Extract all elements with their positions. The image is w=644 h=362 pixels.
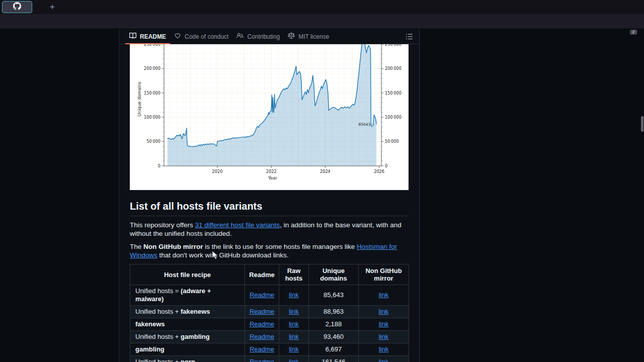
readme-body: 0050 00050 000100 000100 000150 000150 0… [119,44,419,362]
mirror-link[interactable]: link [379,345,389,353]
github-octocat-icon [13,2,21,12]
mirror-link[interactable]: link [379,333,389,340]
mirror-link[interactable]: link [379,308,389,315]
book-icon [129,32,136,41]
scrollbar-thumb[interactable] [641,116,643,132]
raw-hosts-link-cell: link [279,318,309,331]
unique-domains-value: 161,546 [309,356,359,362]
tab-contributing-label: Contributing [247,33,280,40]
unique-domains-chart-figure[interactable]: 0050 00050 000100 000100 000150 000150 0… [130,44,409,190]
readme-tab-bar: README Code of conduct Contributing MIT … [119,29,419,44]
tab-contributing[interactable]: Contributing [232,29,284,44]
readme-link[interactable]: Readme [250,320,274,328]
recipe-cell: Unified hosts + fakenews [130,306,245,318]
code-of-conduct-heart-icon [174,32,181,41]
readme-link-cell: Readme [245,356,279,362]
recipe-cell: Unified hosts + gambling [130,331,245,343]
table-row: Unified hosts = (adware + malware)Readme… [130,285,409,306]
readme-column: README Code of conduct Contributing MIT … [119,29,420,362]
svg-text:50 000: 50 000 [146,139,160,144]
header-raw-hosts: Raw hosts [279,264,309,285]
tab-readme[interactable]: README [125,29,170,44]
new-tab-button[interactable]: + [46,2,58,13]
outline-button[interactable] [406,33,413,40]
svg-text:0: 0 [158,163,160,168]
raw-hosts-link-cell: link [279,356,309,362]
readme-link[interactable]: Readme [250,308,274,315]
readme-link[interactable]: Readme [250,291,274,299]
raw-hosts-link[interactable]: link [289,358,299,362]
svg-text:Unique domains: Unique domains [137,81,142,117]
raw-hosts-link-cell: link [279,331,309,343]
svg-text:200 000: 200 000 [385,66,401,71]
recipe-cell: fakenews [130,318,245,331]
recipe-cell: Unified hosts + porn [130,356,245,362]
paragraph-text: is the link to use for some hosts file m… [203,243,357,250]
svg-text:150 000: 150 000 [144,90,160,96]
raw-hosts-link[interactable]: link [289,291,299,299]
svg-text:50 000: 50 000 [385,139,399,144]
non-github-mirror-bold: Non GitHub mirror [143,243,203,250]
tab-mit-license[interactable]: MIT license [284,29,333,44]
svg-text:2020: 2020 [212,169,223,174]
svg-text:100 000: 100 000 [144,115,160,120]
readme-link-cell: Readme [245,343,279,356]
variants-link[interactable]: 31 different host file variants [195,221,280,229]
raw-hosts-link[interactable]: link [289,345,299,353]
mirror-link-cell: link [359,331,409,343]
raw-hosts-link[interactable]: link [289,320,299,328]
extension-badge: 2 [630,30,637,35]
paragraph-text: The [130,243,143,250]
svg-text:150 000: 150 000 [385,90,401,96]
readme-link-cell: Readme [245,306,279,318]
tab-readme-label: README [140,33,166,40]
navigation-toolbar: github.com/StevenBlack/hosts?tab=readme-… [0,14,644,29]
variants-table: Host file recipe Readme Raw hosts Unique… [130,264,409,362]
header-readme: Readme [245,264,279,285]
browser-tab-github[interactable] [2,1,32,13]
unique-domains-chart-svg: 0050 00050 000100 000100 000150 000150 0… [130,44,409,190]
table-row: Unified hosts + pornReadmelink161,546lin… [130,356,409,362]
tab-strip: + [0,0,644,14]
header-non-github-mirror: Non GitHub mirror [359,264,409,285]
mirror-link[interactable]: link [379,358,389,362]
mirror-link-cell: link [359,356,409,362]
readme-link[interactable]: Readme [250,333,274,340]
readme-link-cell: Readme [245,331,279,343]
svg-text:250 000: 250 000 [144,44,160,47]
raw-hosts-link-cell: link [279,343,309,356]
svg-text:100 000: 100 000 [385,115,401,120]
paragraph-text: that don't work with GitHub download lin… [157,251,289,259]
mirror-link[interactable]: link [379,291,389,299]
readme-link[interactable]: Readme [250,345,274,353]
law-scales-icon [288,32,295,41]
table-row: fakenewsReadmelink2,188link [130,318,409,331]
recipe-cell: Unified hosts = (adware + malware) [130,285,245,306]
tab-code-of-conduct[interactable]: Code of conduct [170,29,232,44]
svg-text:Year: Year [268,175,278,180]
mirror-link-cell: link [359,306,409,318]
unique-domains-value: 88,963 [309,306,359,318]
mirror-link-cell: link [359,343,409,356]
mirror-link[interactable]: link [379,320,389,328]
mouse-cursor [212,250,219,262]
mirror-link-cell: link [359,318,409,331]
readme-link-cell: Readme [245,318,279,331]
unique-domains-value: 93,460 [309,331,359,343]
svg-text:200 000: 200 000 [144,66,160,71]
svg-text:2022: 2022 [266,169,277,174]
raw-hosts-link-cell: link [279,306,309,318]
svg-text:2026: 2026 [374,169,384,174]
unique-domains-value: 85,643 [309,285,359,306]
svg-text:2024: 2024 [320,169,331,174]
raw-hosts-link[interactable]: link [289,308,299,315]
section-heading: List of all hosts file variants [130,200,409,216]
raw-hosts-link[interactable]: link [289,333,299,340]
mirror-link-cell: link [359,285,409,306]
table-row: gamblingReadmelink6,697link [130,343,409,356]
svg-text:250 000: 250 000 [385,44,401,47]
svg-text:0: 0 [385,163,387,168]
readme-link[interactable]: Readme [250,358,274,362]
svg-text:85643: 85643 [358,122,370,127]
raw-hosts-link-cell: link [279,285,309,306]
